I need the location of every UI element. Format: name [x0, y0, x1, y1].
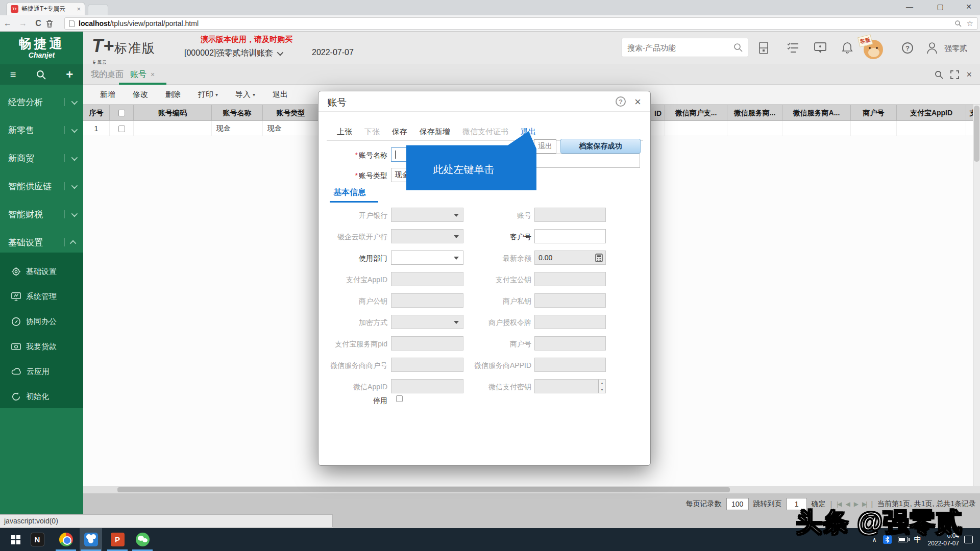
fullscreen-icon[interactable]	[950, 70, 959, 79]
feedback-icon[interactable]	[813, 41, 827, 55]
taskbar-app-chanjet-client[interactable]	[80, 528, 102, 551]
scrollbar-thumb[interactable]	[117, 487, 730, 492]
field-label-right-6: 商户号	[449, 340, 531, 349]
tab-close-icon[interactable]: ×	[77, 5, 81, 13]
forward-icon[interactable]: →	[15, 19, 31, 28]
account-set-selector[interactable]: [000002]强零贰培训账套	[184, 48, 282, 59]
column-header-8[interactable]: 微信服务商A...	[782, 105, 851, 121]
toolbar-button-5[interactable]: 退出	[273, 90, 288, 99]
sidebar-subitem-4[interactable]: 云应用	[0, 363, 83, 380]
toolbar-button-2[interactable]: 删除	[165, 90, 181, 99]
field-label-account-name: *账号名称	[318, 151, 387, 160]
sidebar-search-icon[interactable]	[36, 70, 46, 80]
dialog-close-icon[interactable]: ×	[634, 95, 641, 109]
sidebar-item-2[interactable]: 新商贸	[0, 149, 83, 167]
chevron-down-icon	[71, 154, 78, 161]
spinner-icon[interactable]: ▲▼	[598, 380, 605, 393]
sidebar-item-4[interactable]: 智能财税	[0, 206, 83, 223]
taskbar-app-notes-app[interactable]: N	[26, 528, 48, 551]
vertical-scrollbar[interactable]	[973, 105, 980, 493]
toolbar-button-3[interactable]: 打印▾	[198, 90, 218, 99]
help-icon[interactable]: ?	[900, 41, 915, 55]
disable-checkbox[interactable]	[396, 395, 403, 404]
column-header-4[interactable]: 账号类型	[263, 105, 319, 121]
minimize-button[interactable]: —	[898, 0, 921, 13]
column-header-6[interactable]: 微信商户支...	[665, 105, 727, 121]
field-label-account-type: *账号类型	[318, 171, 387, 181]
field-label-right-0: 账号	[449, 211, 531, 220]
sidebar-item-label: 新零售	[8, 124, 34, 136]
row-checkbox[interactable]	[118, 126, 125, 132]
sidebar-subitem-3[interactable]: 我要贷款	[0, 338, 83, 355]
notification-bell-icon[interactable]	[840, 41, 854, 55]
calculator-icon[interactable]	[595, 254, 603, 262]
zoom-icon[interactable]	[954, 20, 962, 27]
browser-status-bar: javascript:void(0)	[0, 514, 333, 528]
dialog-help-icon[interactable]: ?	[616, 96, 626, 107]
tab-close-icon[interactable]: ×	[151, 70, 155, 79]
user-icon[interactable]	[925, 41, 939, 55]
sidebar-subitem-2[interactable]: 协同办公	[0, 313, 83, 330]
menu-icon[interactable]: ≡	[10, 69, 16, 81]
exit-ghost-button[interactable]: 退出	[534, 139, 556, 154]
toolbar-button-4[interactable]: 导入▾	[235, 90, 255, 99]
column-header-10[interactable]: 支付宝AppID	[897, 105, 966, 121]
select-all-checkbox[interactable]	[118, 110, 125, 116]
sidebar-item-5[interactable]: 基础设置	[0, 234, 83, 251]
star-icon[interactable]: ☆	[967, 19, 973, 28]
add-icon[interactable]: +	[66, 67, 73, 82]
browser-tab[interactable]: T+ 畅捷通T+专属云 ×	[6, 2, 85, 15]
column-header-9[interactable]: 商户号	[851, 105, 897, 121]
maximize-button[interactable]: ▢	[929, 0, 951, 13]
text-cursor	[395, 151, 396, 159]
tab-my-desktop[interactable]: 我的桌面	[91, 64, 124, 85]
url-bar[interactable]: localhost/tplus/view/portal/portal.html …	[64, 17, 978, 30]
checklist-icon[interactable]	[786, 41, 800, 55]
field-label-right-1: 客户号	[449, 233, 531, 242]
service-monkey-icon[interactable]: 客服	[859, 36, 884, 60]
sidebar-subitem-1[interactable]: 系统管理	[0, 288, 83, 305]
toolbar-button-label: 打印	[198, 90, 213, 99]
windows-start-icon	[11, 535, 20, 544]
cell-9	[851, 121, 897, 136]
taskbar-app-windows-start[interactable]	[5, 528, 27, 551]
account-code-input[interactable]	[534, 154, 640, 168]
monitor-icon	[11, 292, 21, 302]
column-header-3[interactable]: 账号名称	[212, 105, 263, 121]
per-page-input[interactable]	[726, 498, 749, 510]
dialog-menu-0[interactable]: 上张	[337, 127, 352, 139]
horizontal-scrollbar[interactable]	[83, 486, 980, 493]
sidebar-subitem-5[interactable]: 初始化	[0, 388, 83, 405]
new-tab-button[interactable]	[88, 4, 108, 15]
close-tab-area-icon[interactable]: ×	[966, 69, 972, 80]
dialog-menu-2[interactable]: 保存	[392, 127, 407, 139]
column-header-1[interactable]	[110, 105, 134, 121]
dialog-menu-3[interactable]: 保存新增	[420, 127, 450, 139]
tab-account[interactable]: 账号 ×	[130, 64, 155, 85]
product-search-input[interactable]	[627, 39, 727, 56]
tab-basic-info[interactable]: 基本信息	[333, 187, 366, 198]
sidebar-item-1[interactable]: 新零售	[0, 121, 83, 139]
browser-tab-title: 畅捷通T+专属云	[21, 5, 74, 13]
客户号-input[interactable]	[534, 229, 606, 243]
taskbar-app-chrome[interactable]	[55, 528, 77, 551]
calculator-icon[interactable]	[756, 41, 771, 55]
column-header-2[interactable]: 账号编码	[134, 105, 212, 121]
taskbar-app-powerpoint[interactable]: P	[106, 528, 129, 551]
trash-icon[interactable]	[46, 19, 61, 28]
toolbar-button-1[interactable]: 修改	[133, 90, 148, 99]
reload-icon[interactable]: C	[31, 19, 46, 28]
search-icon[interactable]	[733, 43, 743, 52]
workspace-search-icon[interactable]	[935, 70, 943, 79]
sidebar-subitem-0[interactable]: 基础设置	[0, 263, 83, 280]
sidebar-item-3[interactable]: 智能供应链	[0, 178, 83, 195]
column-header-0[interactable]: 序号	[83, 105, 110, 121]
column-header-7[interactable]: 微信服务商...	[727, 105, 782, 121]
sidebar-item-0[interactable]: 经营分析	[0, 93, 83, 111]
toolbar-button-0[interactable]: 新增	[100, 90, 115, 99]
back-icon[interactable]: ←	[0, 19, 15, 28]
field-label-left-3: 支付宝AppID	[318, 276, 387, 285]
user-name[interactable]: 强零贰	[944, 44, 967, 54]
taskbar-app-wechat[interactable]	[131, 528, 154, 551]
close-button[interactable]: ✕	[958, 0, 980, 13]
